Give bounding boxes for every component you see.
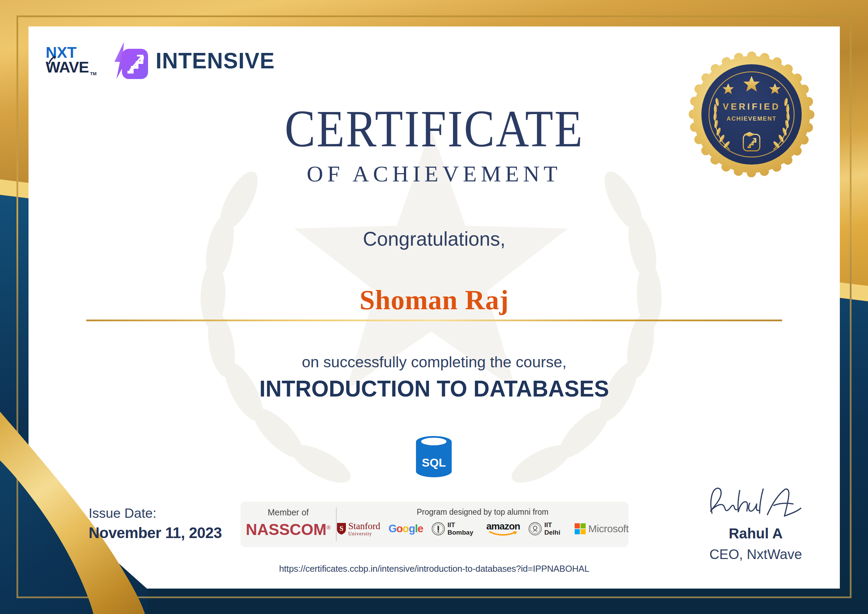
member-of-label: Member of (240, 507, 336, 518)
course-title: INTRODUCTION TO DATABASES (40, 375, 828, 402)
signatory-role: CEO, NxtWave (697, 547, 814, 562)
partners-panel: Member of NASSCOM® Program designed by t… (240, 502, 629, 547)
google-logo: Google (389, 523, 423, 535)
iit-delhi-logo: IIT Delhi (528, 521, 566, 537)
stanford-name: Stanford (348, 522, 380, 531)
nasscom-logo: NASSCOM® (240, 520, 336, 539)
gold-divider-rule (86, 319, 782, 321)
iit-delhi-emblem-icon (528, 521, 542, 537)
certificate: VERIFIED ACHIEVEMENT NXT WAVETM (0, 0, 868, 614)
amazon-smile-icon (488, 531, 518, 536)
amazon-logo: amazon (487, 522, 520, 536)
intensive-wordmark: INTENSIVE (156, 48, 275, 73)
stanford-sub: University (348, 532, 380, 536)
nxtwave-logo: NXT WAVETM (46, 45, 96, 76)
sql-database-icon: SQL (408, 431, 460, 483)
issue-date-label: Issue Date: (88, 506, 222, 521)
brand-row: NXT WAVETM (46, 40, 275, 81)
completion-text: on successfully completing the course, (28, 353, 840, 371)
iit-bombay-logo: IIT Bombay (431, 521, 478, 537)
intensive-icon (110, 40, 151, 81)
greeting-text: Congratulations, (28, 228, 840, 250)
signatory-name: Rahul A (697, 526, 814, 542)
sql-label: SQL (422, 456, 446, 469)
signatory-block: Rahul A CEO, NxtWave (697, 480, 814, 562)
alumni-logo-row: S Stanford University Google II (336, 521, 629, 537)
svg-text:S: S (339, 525, 343, 532)
stanford-shield-icon: S (336, 523, 346, 535)
microsoft-logo: Microsoft (575, 523, 629, 535)
issue-date-value: November 11, 2023 (88, 524, 222, 541)
stanford-logo: S Stanford University (336, 522, 380, 536)
intensive-logo: INTENSIVE (110, 40, 275, 81)
wave-arrow-icon (48, 55, 58, 64)
registered-mark: ® (327, 525, 331, 530)
verification-url: https://certificates.ccbp.in/intensive/i… (28, 563, 840, 574)
certificate-subtitle: OF ACHIEVEMENT (28, 161, 840, 187)
nxtwave-logo-wave: WAVETM (46, 60, 96, 76)
iit-bombay-emblem-icon (431, 521, 445, 537)
membership-section: Member of NASSCOM® (240, 502, 336, 547)
trademark-mark: TM (90, 71, 96, 76)
certificate-title: CERTIFICATE (77, 99, 791, 159)
microsoft-squares-icon (575, 523, 586, 534)
signature-script (704, 480, 807, 523)
alumni-heading: Program designed by top alumni from (336, 507, 629, 517)
recipient-name: Shoman Raj (28, 284, 840, 316)
alumni-section: Program designed by top alumni from S St… (336, 502, 629, 547)
issue-date-block: Issue Date: November 11, 2023 (88, 506, 222, 541)
